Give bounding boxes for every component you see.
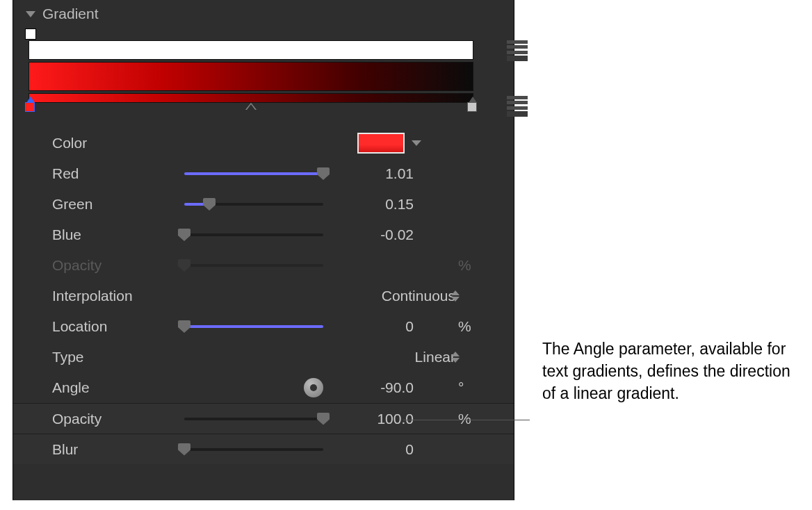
disclosure-triangle-icon[interactable] bbox=[26, 11, 35, 17]
stepper-icon bbox=[451, 352, 460, 363]
blur-slider[interactable] bbox=[184, 448, 323, 451]
location-row: Location 0 % bbox=[13, 311, 514, 342]
red-value[interactable]: 1.01 bbox=[365, 165, 414, 182]
angle-dial[interactable] bbox=[304, 378, 323, 397]
opacity-stop-handle[interactable] bbox=[25, 28, 36, 40]
green-slider[interactable] bbox=[184, 203, 323, 206]
interpolation-label: Interpolation bbox=[52, 288, 184, 304]
opacity-inner-unit: % bbox=[455, 257, 493, 274]
location-slider[interactable] bbox=[184, 325, 323, 328]
green-value[interactable]: 0.15 bbox=[365, 196, 414, 213]
gradient-title: Gradient bbox=[42, 6, 99, 22]
gradient-color-stop-left[interactable] bbox=[25, 102, 35, 112]
gradient-stop-track[interactable] bbox=[29, 93, 473, 103]
location-label: Location bbox=[52, 318, 184, 335]
gradient-color-bar[interactable] bbox=[29, 62, 473, 91]
blue-slider[interactable] bbox=[184, 233, 323, 236]
gradient-inspector-panel: Gradient Color bbox=[13, 0, 514, 500]
angle-value[interactable]: -90.0 bbox=[365, 379, 414, 396]
gradient-opacity-bar[interactable] bbox=[29, 40, 473, 60]
location-unit: % bbox=[455, 318, 493, 335]
type-row: Type Linear bbox=[13, 342, 514, 372]
color-popup-chevron-icon[interactable] bbox=[412, 140, 421, 146]
gradient-color-stop-right[interactable] bbox=[467, 102, 477, 112]
opacity-inner-row: Opacity % bbox=[13, 250, 514, 281]
gradient-header[interactable]: Gradient bbox=[13, 0, 514, 28]
angle-unit: ° bbox=[455, 379, 493, 396]
stepper-icon bbox=[451, 290, 460, 302]
opacity-inner-label: Opacity bbox=[52, 257, 184, 274]
color-row: Color bbox=[13, 128, 514, 158]
interpolation-value: Continuous bbox=[382, 288, 455, 304]
angle-row: Angle -90.0 ° bbox=[13, 372, 514, 403]
gradient-distribute-color-icon[interactable] bbox=[507, 96, 528, 117]
color-label: Color bbox=[52, 135, 184, 151]
red-slider[interactable] bbox=[184, 172, 323, 175]
callout-text: The Angle parameter, available for text … bbox=[542, 338, 793, 405]
red-row: Red 1.01 bbox=[13, 158, 514, 189]
blur-label: Blur bbox=[52, 441, 184, 458]
type-value: Linear bbox=[415, 349, 455, 365]
type-label: Type bbox=[52, 349, 184, 365]
red-label: Red bbox=[52, 165, 184, 182]
interpolation-select[interactable]: Continuous bbox=[323, 288, 455, 304]
blue-label: Blue bbox=[52, 227, 184, 243]
opacity-inner-slider bbox=[184, 264, 323, 267]
color-swatch[interactable] bbox=[357, 133, 405, 154]
opacity-unit: % bbox=[455, 411, 493, 427]
type-select[interactable]: Linear bbox=[323, 349, 455, 365]
blur-row: Blur 0 bbox=[13, 434, 514, 464]
gradient-distribute-opacity-icon[interactable] bbox=[507, 40, 528, 61]
blur-value[interactable]: 0 bbox=[365, 441, 414, 458]
location-value[interactable]: 0 bbox=[365, 318, 414, 335]
opacity-value[interactable]: 100.0 bbox=[365, 411, 414, 427]
angle-label: Angle bbox=[52, 379, 184, 396]
gradient-midpoint-handle[interactable] bbox=[245, 103, 257, 110]
opacity-slider[interactable] bbox=[184, 418, 323, 420]
green-label: Green bbox=[52, 196, 184, 213]
green-row: Green 0.15 bbox=[13, 189, 514, 220]
blue-value[interactable]: -0.02 bbox=[365, 227, 414, 243]
gradient-editor bbox=[29, 40, 498, 103]
opacity-label: Opacity bbox=[52, 411, 184, 427]
interpolation-row: Interpolation Continuous bbox=[13, 281, 514, 311]
blue-row: Blue -0.02 bbox=[13, 220, 514, 250]
opacity-row: Opacity 100.0 % bbox=[13, 403, 514, 434]
